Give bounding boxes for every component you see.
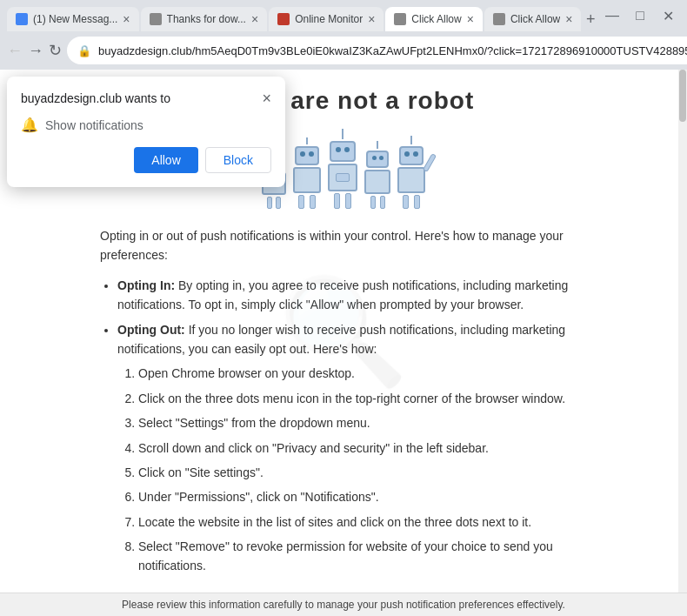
tab-close-3[interactable]: ×	[368, 12, 375, 26]
bullet-term-1: Opting In:	[117, 278, 175, 292]
robot-3	[328, 129, 357, 209]
window-controls: — □ ✕	[600, 3, 680, 31]
tab-label-2: Thanks for dow...	[167, 13, 246, 25]
notification-popup: buyadzdesign.club wants to × 🔔 Show noti…	[7, 77, 285, 187]
close-window-button[interactable]: ✕	[656, 3, 680, 28]
bullet-detail-1: By opting in, you agree to receive push …	[117, 278, 568, 311]
robot-4	[364, 141, 390, 209]
tab-label-4: Click Allow	[411, 13, 461, 25]
popup-title: buyadzdesign.club wants to	[21, 91, 170, 105]
tab-label-5: Click Allow	[510, 13, 560, 25]
bullet-item-1: Opting In: By opting in, you agree to re…	[117, 276, 587, 315]
back-button[interactable]: ←	[7, 37, 23, 64]
popup-actions: Allow Block	[21, 147, 271, 173]
bottom-bar: Please review this information carefully…	[0, 593, 687, 616]
tab-3[interactable]: Online Monitor ×	[269, 7, 384, 31]
step-5: Click on "Site settings".	[138, 463, 587, 482]
tab-close-4[interactable]: ×	[467, 12, 474, 26]
address-bar[interactable]: 🔒 buyadzdesign.club/hm5AeqD0Tm9v3BLe0iE0…	[67, 37, 687, 64]
forward-button[interactable]: →	[28, 37, 43, 64]
tab-1[interactable]: (1) New Messag... ×	[7, 7, 139, 31]
bottom-bar-text: Please review this information carefully…	[122, 599, 565, 611]
step-6: Under "Permissions", click on "Notificat…	[138, 487, 587, 506]
block-button[interactable]: Block	[205, 147, 271, 173]
tab-favicon-3	[277, 13, 290, 25]
step-1: Open Chrome browser on your desktop.	[138, 364, 587, 383]
scrollbar[interactable]	[678, 70, 687, 593]
browser-chrome: (1) New Messag... × Thanks for dow... × …	[0, 0, 687, 70]
bullet-detail-2: If you no longer wish to receive push no…	[117, 323, 565, 356]
tab-favicon-5	[493, 13, 505, 25]
popup-notification-row: 🔔 Show notifications	[21, 117, 271, 133]
tab-2[interactable]: Thanks for dow... ×	[141, 7, 268, 31]
allow-button[interactable]: Allow	[134, 147, 197, 173]
step-7: Locate the website in the list of sites …	[138, 512, 587, 532]
url-text: buyadzdesign.club/hm5AeqD0Tm9v3BLe0iE0kw…	[98, 44, 687, 57]
tab-favicon-1	[16, 13, 28, 25]
tab-label-1: (1) New Messag...	[33, 13, 117, 25]
tab-label-3: Online Monitor	[295, 13, 363, 25]
new-tab-button[interactable]: +	[583, 7, 598, 31]
reload-button[interactable]: ↻	[49, 37, 62, 64]
tab-close-5[interactable]: ×	[565, 12, 572, 26]
bullet-list: Opting In: By opting in, you agree to re…	[100, 276, 587, 576]
bullet-item-2: Opting Out: If you no longer wish to rec…	[117, 320, 587, 576]
nav-bar: ← → ↻ 🔒 buyadzdesign.club/hm5AeqD0Tm9v3B…	[0, 31, 687, 70]
maximize-button[interactable]: □	[628, 3, 652, 28]
step-8: Select "Remove" to revoke permission for…	[138, 537, 587, 576]
intro-text: Opting in or out of push notifications i…	[100, 226, 587, 265]
content-area: buyadzdesign.club wants to × 🔔 Show noti…	[0, 70, 687, 616]
step-3: Select "Settings" from the dropdown menu…	[138, 413, 587, 432]
text-block: Opting in or out of push notifications i…	[100, 226, 587, 576]
tab-favicon-4	[394, 13, 406, 25]
lock-icon: 🔒	[77, 44, 91, 57]
minimize-button[interactable]: —	[600, 3, 624, 28]
bullet-term-2: Opting Out:	[117, 323, 185, 337]
tab-bar: (1) New Messag... × Thanks for dow... × …	[0, 0, 687, 31]
tab-5[interactable]: Click Allow ×	[484, 7, 582, 31]
tab-close-2[interactable]: ×	[251, 12, 258, 26]
popup-header: buyadzdesign.club wants to ×	[21, 90, 271, 106]
robot-5	[397, 136, 425, 209]
step-4: Scroll down and click on "Privacy and se…	[138, 439, 587, 458]
tab-4[interactable]: Click Allow ×	[385, 7, 483, 31]
steps-list: Open Chrome browser on your desktop. Cli…	[117, 364, 587, 576]
tab-close-1[interactable]: ×	[123, 12, 130, 26]
step-2: Click on the three dots menu icon in the…	[138, 389, 587, 408]
bell-icon: 🔔	[21, 117, 38, 133]
tab-favicon-2	[150, 13, 162, 25]
page: buyadzdesign.club wants to × 🔔 Show noti…	[0, 70, 687, 593]
popup-close-button[interactable]: ×	[262, 90, 271, 106]
robot-2	[293, 137, 321, 209]
scrollbar-thumb[interactable]	[679, 70, 686, 122]
popup-notification-text: Show notifications	[45, 118, 143, 132]
